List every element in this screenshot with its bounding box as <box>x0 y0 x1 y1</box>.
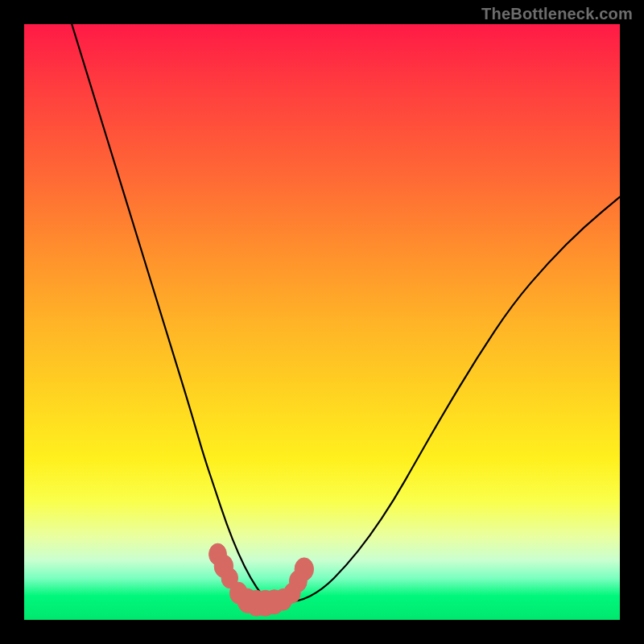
chart-marker <box>295 558 313 580</box>
watermark-text: TheBottleneck.com <box>481 5 633 23</box>
chart-overlay <box>24 24 620 620</box>
chart-plot-area <box>24 24 620 620</box>
chart-curve <box>72 24 620 602</box>
chart-markers <box>209 543 314 616</box>
chart-frame: TheBottleneck.com <box>0 0 644 644</box>
